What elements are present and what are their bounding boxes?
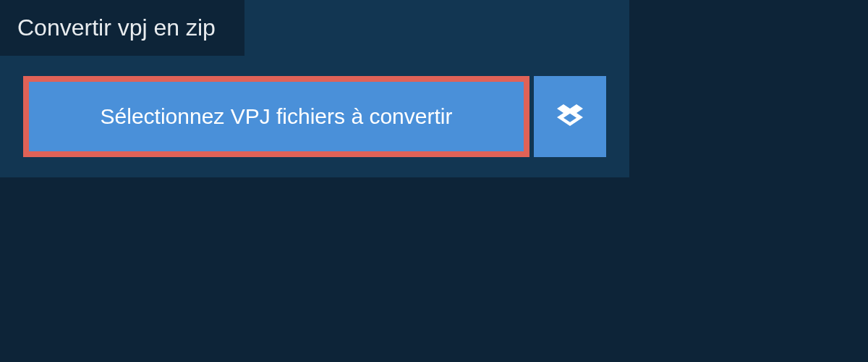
dropbox-button[interactable] xyxy=(534,76,606,157)
upload-button-row: Sélectionnez VPJ fichiers à convertir xyxy=(23,76,629,157)
tab-label: Convertir vpj en zip xyxy=(17,14,216,41)
select-files-button[interactable]: Sélectionnez VPJ fichiers à convertir xyxy=(23,76,529,157)
tab-convert[interactable]: Convertir vpj en zip xyxy=(0,0,244,56)
select-files-label: Sélectionnez VPJ fichiers à convertir xyxy=(101,104,453,129)
converter-panel: Convertir vpj en zip Sélectionnez VPJ fi… xyxy=(0,0,629,177)
dropbox-icon xyxy=(557,102,583,131)
